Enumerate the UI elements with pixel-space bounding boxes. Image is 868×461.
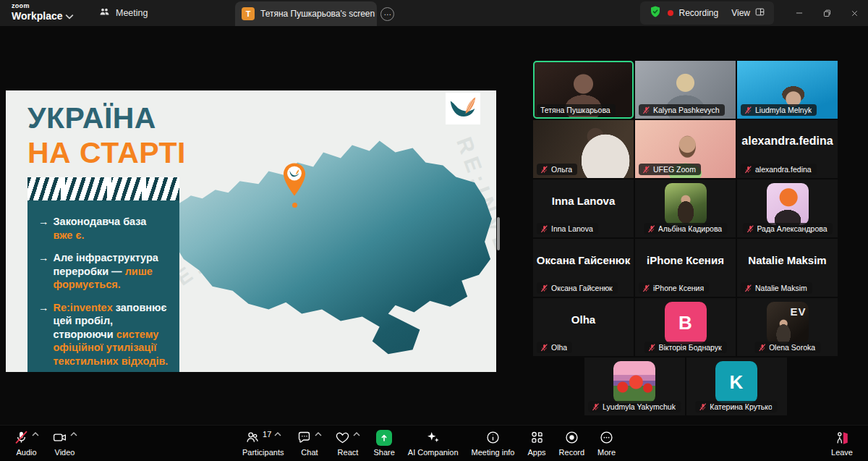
mic-muted-icon — [744, 166, 752, 174]
bullet-1: → Законодавча базавже є. — [38, 215, 170, 242]
participant-tile[interactable]: Оксана Гайсенюк Оксана Гайсенюк — [533, 239, 634, 297]
view-layout-icon — [754, 7, 765, 20]
recording-label[interactable]: Recording — [679, 8, 719, 18]
slide-title: УКРАЇНА НА СТАРТІ — [27, 101, 186, 171]
reinventex-logo — [446, 93, 480, 124]
tab-shared-screen[interactable]: T Тетяна Пушкарьова's screen … — [235, 1, 377, 26]
record-icon — [564, 430, 579, 445]
avatar: B — [665, 302, 707, 344]
mic-muted-icon — [14, 430, 29, 445]
mic-muted-icon — [540, 166, 548, 174]
share-screen-icon — [376, 430, 392, 446]
camera-icon — [52, 430, 67, 445]
participant-tile[interactable]: Liudmyla Melnyk — [737, 61, 838, 119]
participant-display-name: Оксана Гайсенюк — [533, 239, 634, 281]
share-button[interactable]: Share — [367, 426, 401, 461]
shared-screen-slide: RE:INVENTEX RE:INVENTEX УКРАЇНА НА СТАРТ… — [6, 90, 496, 372]
mic-muted-icon — [642, 106, 650, 114]
people-icon — [98, 6, 111, 20]
participant-tile[interactable]: Рада Александрова — [737, 179, 838, 237]
participant-tile[interactable]: Lyudmyla Yakymchuk — [584, 358, 685, 415]
participant-tile[interactable]: Ольга — [533, 120, 634, 178]
chevron-up-icon[interactable] — [274, 432, 281, 436]
scrollbar-thumb[interactable] — [497, 217, 500, 250]
participant-tile[interactable]: Natalie Maksim Natalie Maksim — [737, 239, 838, 297]
participant-name-label: Olena Soroka — [754, 342, 820, 353]
sparkle-icon — [425, 430, 441, 445]
brand-zoom: zoom — [12, 3, 63, 9]
more-button[interactable]: More — [591, 426, 622, 461]
participant-name-label: Kalyna Pashkevych — [639, 104, 725, 116]
participant-tile[interactable]: iPhone Ксения iPhone Ксения — [635, 239, 736, 297]
minimize-button[interactable] — [786, 0, 813, 26]
mic-muted-icon — [744, 106, 752, 114]
participant-name-label: Liudmyla Melnyk — [741, 104, 817, 116]
security-shield-icon[interactable] — [649, 5, 662, 21]
participant-name-label: alexandra.fedina — [741, 164, 817, 175]
apps-button[interactable]: Apps — [522, 426, 553, 461]
view-label: View — [731, 8, 750, 18]
meeting-info-button[interactable]: Meeting info — [465, 426, 522, 461]
participant-name-label: UFEG Zoom — [639, 164, 701, 175]
mic-muted-icon — [642, 166, 650, 174]
map-pin-icon — [283, 162, 306, 197]
chevron-up-icon[interactable] — [353, 432, 360, 436]
mic-muted-icon — [699, 403, 707, 411]
participant-tile[interactable]: Альбіна Кадирова — [635, 179, 736, 237]
apps-icon — [529, 430, 545, 445]
react-button[interactable]: React — [328, 426, 367, 461]
info-icon — [485, 430, 501, 445]
restore-button[interactable] — [813, 0, 841, 26]
participant-tile[interactable]: alexandra.fedina alexandra.fedina — [737, 120, 838, 178]
arrow-icon: → — [38, 215, 49, 242]
mic-muted-icon — [540, 344, 548, 352]
participant-tile[interactable]: B Вікторія Боднарук — [635, 298, 736, 356]
participant-name-label: Рада Александрова — [742, 223, 832, 234]
close-button[interactable] — [841, 0, 868, 26]
avatar — [767, 183, 809, 225]
chevron-down-icon[interactable] — [65, 9, 74, 22]
tab-meeting[interactable]: Meeting — [91, 0, 155, 26]
participant-name-label: Оксана Гайсенюк — [537, 282, 618, 294]
participant-name-label: Вікторія Боднарук — [644, 342, 726, 353]
tab-avatar: T — [242, 7, 255, 20]
participant-tile[interactable]: K Катерина Крутько — [686, 358, 787, 415]
mic-muted-icon — [746, 225, 754, 233]
arrow-icon: → — [38, 301, 49, 368]
participant-tile[interactable]: Inna Lanova Inna Lanova — [533, 179, 634, 237]
record-button[interactable]: Record — [553, 426, 591, 461]
participant-tile[interactable]: Olha Olha — [533, 298, 634, 356]
mic-muted-icon — [540, 225, 548, 233]
participant-name-label: Ольга — [537, 164, 577, 175]
slide-title-line1: УКРАЇНА — [27, 101, 186, 135]
participant-name-label: Inna Lanova — [537, 223, 598, 234]
participant-tile[interactable]: Тетяна Пушкарьова — [533, 61, 634, 119]
chevron-up-icon[interactable] — [70, 432, 77, 436]
view-button[interactable]: View — [731, 7, 765, 20]
participant-name-label: iPhone Ксения — [639, 282, 709, 294]
chevron-up-icon[interactable] — [315, 432, 322, 436]
tab-more-options-icon[interactable]: … — [380, 7, 394, 21]
participant-tile[interactable]: UFEG Zoom — [635, 120, 736, 178]
chevron-up-icon[interactable] — [32, 432, 39, 436]
participants-button[interactable]: 17 Participants — [236, 426, 290, 461]
audio-button[interactable]: Audio — [7, 426, 46, 461]
participant-tile[interactable]: EV Olena Soroka — [737, 298, 838, 356]
bullet-2: → Але інфраструктура переробки — лише фо… — [38, 251, 170, 292]
avatar — [665, 183, 707, 225]
chat-button[interactable]: Chat — [290, 426, 328, 461]
slide-text-panel: → Законодавча базавже є. → Але інфрастру… — [27, 200, 179, 372]
window-titlebar: zoom Workplace Meeting T Тетяна Пушкарьо… — [0, 0, 868, 26]
ukraine-map — [159, 117, 496, 370]
participant-name-label: Катерина Крутько — [695, 401, 777, 413]
video-button[interactable]: Video — [46, 426, 84, 461]
meeting-status-pill: Recording View — [640, 1, 775, 25]
tab-meeting-label: Meeting — [116, 8, 148, 18]
ai-companion-button[interactable]: AI Companion — [401, 426, 465, 461]
leave-button[interactable]: Leave — [825, 426, 859, 461]
participants-count: 17 — [263, 430, 271, 439]
participant-tile[interactable]: Kalyna Pashkevych — [635, 61, 736, 119]
participant-display-name: alexandra.fedina — [737, 120, 838, 162]
recording-dot-icon — [668, 10, 673, 16]
participant-display-name: Inna Lanova — [533, 179, 634, 221]
